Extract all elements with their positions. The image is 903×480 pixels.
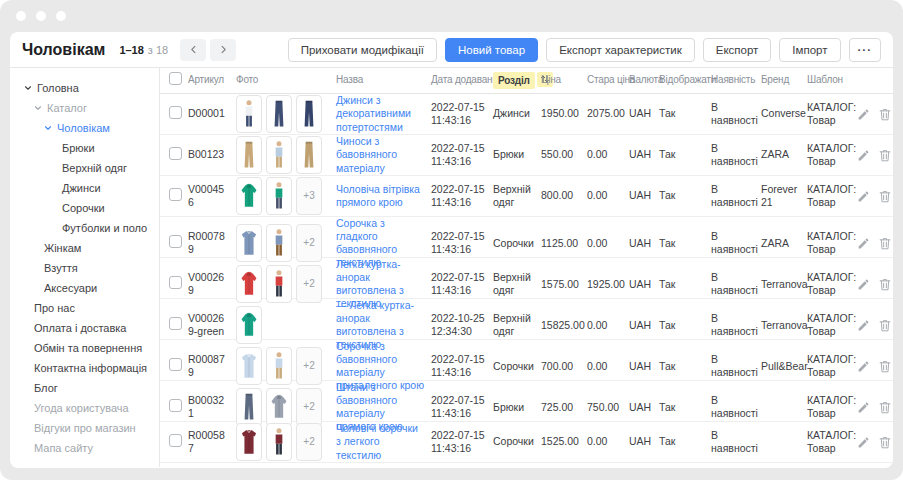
row-checkbox[interactable] [169,399,182,412]
delete-button[interactable] [879,190,891,203]
toolbar: Приховати модифікаціїНовий товарЕкспорт … [288,38,881,62]
edit-button[interactable] [857,149,870,162]
column-header-template[interactable]: Шаблон [807,74,857,87]
product-link[interactable]: Чиноси з бавовняного матеріалу [336,135,425,174]
new-product-button[interactable]: Новий товар [445,38,538,62]
article-cell: R000587 [188,429,236,455]
product-photo [236,136,262,174]
column-header-currency[interactable]: Валюта [629,74,659,87]
sidebar-item-18[interactable]: Відгуки про магазин [10,418,159,438]
photo-cell: +2 [236,265,336,303]
row-checkbox[interactable] [169,188,182,201]
sidebar-item-17[interactable]: Угода користувача [10,398,159,418]
more-actions-button[interactable]: ··· [849,38,882,62]
date-added: 2022-07-15 [431,429,487,442]
edit-button[interactable] [857,360,870,373]
sidebar-item-1[interactable]: Головна [10,78,159,98]
select-all-checkbox[interactable] [169,72,182,85]
sidebar-item-8[interactable]: Футболки и поло [10,218,159,238]
sidebar-item-5[interactable]: Верхній одяг [10,158,159,178]
delete-button[interactable] [879,401,891,414]
edit-button[interactable] [857,108,870,121]
sidebar-item-9[interactable]: Жінкам [10,238,159,258]
import-button[interactable]: Імпорт [779,38,840,62]
chevron-down-icon [34,104,42,112]
sidebar-item-label: Аксесуари [44,282,97,294]
more-photos-badge[interactable]: +2 [296,388,322,426]
prev-page-button[interactable] [180,39,206,61]
export-characteristics-button[interactable]: Експорт характеристик [546,38,695,62]
hide-modifications-button[interactable]: Приховати модифікації [288,38,437,62]
column-header-label: Фото [236,74,258,85]
sidebar-item-6[interactable]: Джинси [10,178,159,198]
sidebar-item-3[interactable]: Чоловікам [10,118,159,138]
column-header-brand[interactable]: Бренд [761,74,807,87]
sidebar-item-2[interactable]: Каталог [10,98,159,118]
delete-button[interactable] [879,360,891,373]
product-photo [266,136,292,174]
column-header-name[interactable]: Назва [336,74,431,87]
column-header-price[interactable]: Ціна [541,74,587,87]
row-checkbox[interactable] [169,358,182,371]
old-price-cell: 1925.00 [587,278,629,291]
column-header-section[interactable]: Розділ [493,74,541,88]
row-checkbox[interactable] [169,106,182,119]
column-header-label: Назва [336,74,363,85]
photo-cell: +2 [236,224,336,262]
product-link[interactable]: Чоловічі сорочки з легкого текстилю [336,422,425,461]
edit-button[interactable] [857,278,870,291]
sidebar-item-12[interactable]: Про нас [10,298,159,318]
column-header-old_price[interactable]: Стара ціна [587,74,629,87]
edit-button[interactable] [857,436,870,449]
sidebar-item-13[interactable]: Оплата і доставка [10,318,159,338]
sidebar-item-15[interactable]: Контактна інформація [10,358,159,378]
more-photos-badge[interactable]: +2 [296,265,322,303]
sidebar-item-label: Джинси [62,182,101,194]
row-checkbox[interactable] [169,235,182,248]
sidebar-item-10[interactable]: Взуття [10,258,159,278]
brand-cell: Terranova [761,278,807,291]
column-header-photo[interactable]: Фото [236,74,336,87]
sidebar-item-14[interactable]: Обмін та повернення [10,338,159,358]
sidebar-item-4[interactable]: Брюки [10,138,159,158]
template-cell: КАТАЛОГ: Товар [807,230,857,256]
name-cell: Чоловічі сорочки з легкого текстилю [336,422,431,461]
edit-button[interactable] [857,190,870,203]
edit-button[interactable] [857,401,870,414]
sidebar-item-7[interactable]: Сорочки [10,198,159,218]
delete-button[interactable] [879,149,891,162]
next-page-button[interactable] [210,39,236,61]
more-photos-badge[interactable]: +2 [296,224,322,262]
product-link[interactable]: Джинси з декоративними потертостями [336,94,425,133]
edit-button[interactable] [857,319,870,332]
more-photos-badge[interactable]: +3 [296,177,322,215]
delete-button[interactable] [879,319,891,332]
display-cell: Так [659,435,711,448]
product-link[interactable]: Чоловіча вітрівка прямого крою [336,183,425,209]
delete-button[interactable] [879,108,891,121]
row-checkbox[interactable] [169,317,182,330]
export-button[interactable]: Експорт [703,38,772,62]
sidebar-item-16[interactable]: Блог [10,378,159,398]
column-header-date[interactable]: Дата додавання [431,74,493,87]
column-header-article[interactable]: Артикул [188,74,236,87]
app-window: Чоловікам 1–18 з 18 Приховати модифікаці… [10,32,893,468]
delete-button[interactable] [879,278,891,291]
column-header-display[interactable]: Відображати [659,74,711,87]
row-checkbox[interactable] [169,276,182,289]
column-header-availability[interactable]: Наявність [711,74,761,87]
edit-button[interactable] [857,237,870,250]
edit-icon [857,149,870,162]
delete-button[interactable] [879,237,891,250]
row-checkbox[interactable] [169,147,182,160]
window-dot-icon [16,11,26,21]
actions-cell [857,319,893,332]
more-photos-badge[interactable]: +2 [296,423,322,461]
delete-button[interactable] [879,436,891,449]
row-checkbox[interactable] [169,434,182,447]
actions-cell [857,190,893,203]
table-row: D00001Джинси з декоративними потертостям… [160,94,893,135]
more-photos-badge[interactable]: +2 [296,347,322,385]
sidebar-item-11[interactable]: Аксесуари [10,278,159,298]
sidebar-item-19[interactable]: Мапа сайту [10,438,159,458]
